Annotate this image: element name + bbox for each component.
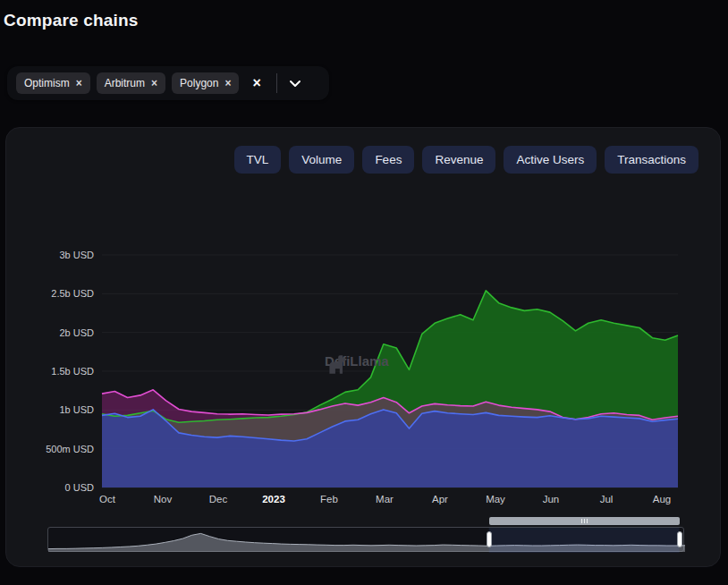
brush-drag-bar[interactable] — [489, 517, 680, 525]
svg-text:May: May — [486, 494, 505, 504]
clear-all-button[interactable]: × — [252, 76, 260, 90]
chart-canvas: 0 USD500m USD1b USD1.5b USD2b USD2.5b US… — [6, 128, 722, 521]
divider — [276, 73, 277, 93]
remove-chip-icon[interactable]: × — [224, 78, 231, 89]
svg-text:500m USD: 500m USD — [46, 444, 94, 454]
svg-text:0 USD: 0 USD — [65, 482, 94, 493]
svg-text:Jun: Jun — [543, 494, 560, 504]
brush-left-handle[interactable] — [487, 531, 492, 547]
chip-label: Arbitrum — [105, 77, 145, 89]
svg-text:Dec: Dec — [209, 494, 228, 504]
chip-arbitrum[interactable]: Arbitrum × — [97, 72, 165, 94]
chip-polygon[interactable]: Polygon × — [172, 72, 239, 94]
brush-right-handle[interactable] — [677, 531, 682, 547]
remove-chip-icon[interactable]: × — [151, 78, 157, 89]
svg-text:3b USD: 3b USD — [59, 250, 94, 260]
svg-text:Aug: Aug — [653, 494, 671, 504]
remove-chip-icon[interactable]: × — [76, 78, 82, 89]
time-range-brush[interactable] — [47, 527, 684, 552]
chip-label: Polygon — [180, 77, 218, 89]
chevron-down-icon — [289, 80, 301, 88]
svg-text:1.5b USD: 1.5b USD — [51, 366, 94, 377]
svg-text:1b USD: 1b USD — [59, 404, 94, 415]
chain-selector[interactable]: Optimism × Arbitrum × Polygon × × — [7, 66, 329, 100]
chip-label: Optimism — [24, 77, 70, 89]
svg-text:Feb: Feb — [320, 494, 338, 504]
svg-text:Oct: Oct — [99, 494, 116, 504]
chart-card: TVL Volume Fees Revenue Active Users Tra… — [5, 127, 721, 567]
svg-text:Nov: Nov — [154, 494, 173, 504]
page-title: Compare chains — [4, 11, 139, 30]
tvl-area-chart: 0 USD500m USD1b USD1.5b USD2b USD2.5b US… — [6, 128, 722, 521]
svg-text:Apr: Apr — [432, 494, 448, 504]
svg-text:2.5b USD: 2.5b USD — [51, 288, 94, 299]
svg-text:2b USD: 2b USD — [59, 327, 94, 338]
brush-sparkline — [48, 528, 685, 553]
svg-text:Jul: Jul — [600, 494, 614, 504]
dropdown-toggle-button[interactable] — [289, 80, 301, 88]
svg-text:2023: 2023 — [262, 494, 285, 504]
svg-text:Mar: Mar — [376, 494, 394, 504]
chip-optimism[interactable]: Optimism × — [16, 72, 90, 94]
